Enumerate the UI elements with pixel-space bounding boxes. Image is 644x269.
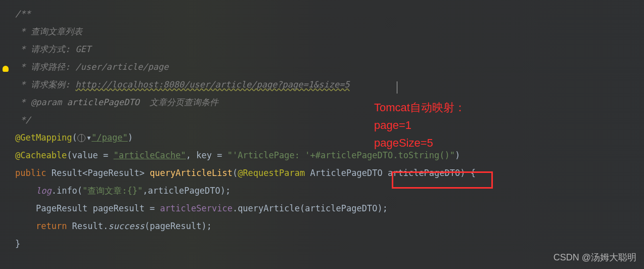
- code-line: * 查询文章列表: [15, 23, 644, 40]
- code-line: * 请求方式: GET: [15, 40, 644, 58]
- code-line: @Cacheable(value = "articleCache", key =…: [15, 147, 644, 164]
- code-line: public Result<PageResult> queryArticleLi…: [15, 164, 644, 182]
- code-line: }: [15, 235, 644, 253]
- code-editor[interactable]: /** * 查询文章列表 * 请求方式: GET * 请求路径: /user/a…: [0, 0, 644, 253]
- watermark: CSDN @汤姆大聪明: [554, 249, 636, 266]
- code-line: /**: [15, 5, 644, 23]
- code-line: PageResult pageResult = articleService.q…: [15, 200, 644, 217]
- code-line: log.info("查询文章:{}",articlePageDTO);: [15, 182, 644, 200]
- text-cursor: [397, 81, 397, 94]
- globe-icon: [77, 134, 85, 142]
- code-line: * 请求案例: http://localhost:8080/user/artic…: [15, 76, 644, 94]
- doc-comment-start: /**: [15, 9, 31, 19]
- code-line: */: [15, 111, 644, 129]
- code-line: @GetMapping(▾"/page"): [15, 129, 644, 147]
- code-line: * @param articlePageDTO 文章分页查询条件: [15, 94, 644, 111]
- code-line: return Result.success(pageResult);: [15, 217, 644, 235]
- code-line: * 请求路径: /user/article/page: [15, 58, 644, 76]
